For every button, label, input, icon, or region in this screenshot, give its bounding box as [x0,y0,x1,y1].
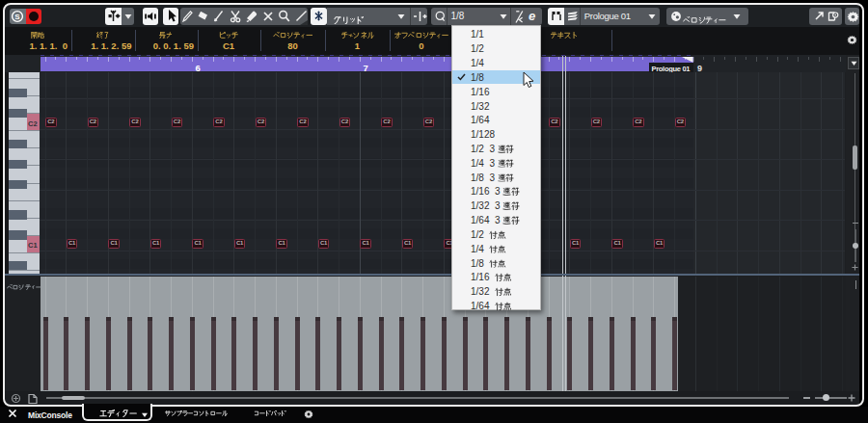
svg-text:S: S [14,13,20,21]
